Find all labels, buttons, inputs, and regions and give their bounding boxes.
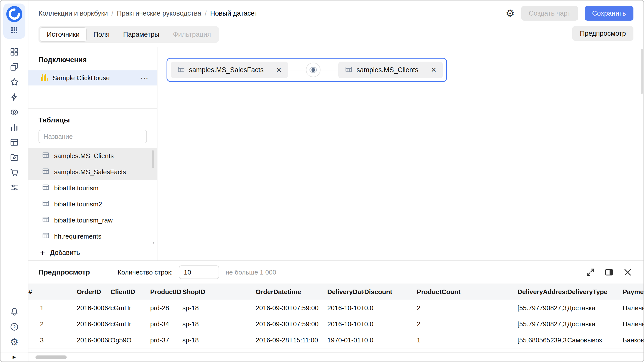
join-group-selection[interactable]: samples.MS_SalesFacts × samples.MS_Clien… xyxy=(167,58,447,82)
split-panel-icon[interactable] xyxy=(604,267,614,277)
table-item[interactable]: hh.requirements xyxy=(28,228,157,244)
storage-folder-icon[interactable] xyxy=(8,151,20,163)
scrollbar-thumb[interactable] xyxy=(641,49,643,94)
cell-shop-id: sp-18 xyxy=(182,316,256,332)
table-item[interactable]: bibattle.tourism_raw xyxy=(28,212,157,228)
column-header[interactable]: DeliveryDatetime xyxy=(327,284,364,300)
add-table-button[interactable]: + Добавить xyxy=(40,248,80,257)
inner-join-venn-icon[interactable] xyxy=(306,63,320,77)
table-item[interactable]: samples.MS_SalesFacts xyxy=(28,164,157,180)
dataset-settings-gear-icon[interactable]: ⚙ xyxy=(506,8,515,18)
tables-list-scroll-down-icon[interactable]: ▾ xyxy=(152,240,154,245)
column-header[interactable]: ProductCount xyxy=(417,284,517,300)
breadcrumb-separator: / xyxy=(205,10,207,17)
canvas-vertical-scrollbar[interactable] xyxy=(640,48,643,258)
cell-discount: 0.0 xyxy=(364,316,417,332)
create-chart-button[interactable]: Создать чарт xyxy=(521,6,578,21)
cell-client-id: Og59O xyxy=(110,332,150,348)
workbooks-icon[interactable] xyxy=(8,61,20,73)
table-name: hh.requirements xyxy=(54,233,101,240)
notifications-bell-icon[interactable] xyxy=(8,306,20,318)
settings-gear-icon[interactable]: ⚙ xyxy=(8,336,20,348)
table-name: bibattle.tourism_raw xyxy=(54,216,113,224)
column-header[interactable]: DeliveryType xyxy=(567,284,623,300)
column-header[interactable]: Discount xyxy=(364,284,417,300)
tab-sources[interactable]: Источники xyxy=(40,27,87,41)
column-header[interactable]: ProductID xyxy=(150,284,182,300)
connections-title: Подключения xyxy=(38,56,157,64)
table-search-input[interactable] xyxy=(38,130,147,143)
tables-grid-icon[interactable] xyxy=(8,136,20,148)
column-header[interactable]: OrderID xyxy=(77,284,110,300)
preview-toggle-button[interactable]: Предпросмотр xyxy=(572,26,633,41)
preview-table-header-row: #OrderIDClientIDProductIDShopIDOrderDate… xyxy=(28,284,643,300)
table-row[interactable]: 2 2016-000643 cGmHr prd-34 sp-18 2016-09… xyxy=(28,316,643,332)
cell-payment-type: Наличные xyxy=(623,300,643,316)
collections-icon[interactable] xyxy=(8,46,20,58)
table-item[interactable]: bibattle.tourism2 xyxy=(28,196,157,212)
column-header[interactable]: PaymentType xyxy=(623,284,643,300)
cell-order-id: 2016-000643 xyxy=(77,300,110,316)
row-count-hint: не больше 1 000 xyxy=(226,268,276,276)
cell-row-number: 3 xyxy=(28,332,77,348)
source-chip-label: samples.MS_Clients xyxy=(356,66,418,74)
favorites-star-icon[interactable] xyxy=(8,76,20,88)
cell-delivery-address-coord: [55.797790827,37.824400398] xyxy=(517,300,567,316)
breadcrumb-collections-link[interactable]: Коллекции и воркбуки xyxy=(38,10,108,17)
datalens-logo[interactable] xyxy=(6,6,22,22)
breadcrumb: Коллекции и воркбуки / Практические руко… xyxy=(38,10,258,17)
datasets-venn-icon[interactable] xyxy=(8,106,20,118)
apps-grid-icon[interactable] xyxy=(10,26,18,35)
tables-list-scrollbar[interactable] xyxy=(152,150,154,168)
remove-source-icon[interactable]: × xyxy=(431,65,436,74)
horizontal-scrollbar[interactable] xyxy=(28,352,643,361)
table-icon xyxy=(345,66,352,74)
breadcrumb-workbook-link[interactable]: Практические руководства xyxy=(117,10,201,17)
cell-delivery-type: Самовывоз xyxy=(567,332,623,348)
column-header[interactable]: # xyxy=(28,284,77,300)
marketplace-cart-icon[interactable] xyxy=(8,166,20,178)
row-count-input[interactable] xyxy=(179,265,219,279)
table-item[interactable]: bibattle.tourism xyxy=(28,180,157,196)
charts-bar-icon[interactable] xyxy=(8,121,20,133)
plus-icon: + xyxy=(40,248,45,257)
close-icon[interactable] xyxy=(623,267,632,277)
svg-text:?: ? xyxy=(13,324,16,329)
tab-parameters[interactable]: Параметры xyxy=(116,27,166,41)
column-header[interactable]: ClientID xyxy=(110,284,150,300)
cell-delivery-datetime: 2016-10-10T07:22:00 xyxy=(327,316,364,332)
table-item[interactable]: samples.MS_Clients xyxy=(28,148,157,164)
expand-fullscreen-icon[interactable] xyxy=(586,267,595,277)
table-name: bibattle.tourism xyxy=(54,184,98,192)
services-tune-icon[interactable] xyxy=(8,182,20,194)
table-icon xyxy=(42,184,50,193)
tab-fields[interactable]: Поля xyxy=(87,27,116,41)
row-count-label: Количество строк: xyxy=(117,268,173,276)
connection-item-sample-clickhouse[interactable]: Sample ClickHouse ⋯ xyxy=(28,70,157,85)
quick-lightning-icon[interactable] xyxy=(8,91,20,103)
cell-payment-type: Банковская карта xyxy=(623,332,643,348)
source-chip-clients[interactable]: samples.MS_Clients × xyxy=(338,62,443,78)
preview-table: #OrderIDClientIDProductIDShopIDOrderDate… xyxy=(28,284,643,348)
breadcrumb-separator: / xyxy=(111,10,113,17)
connection-more-menu-icon[interactable]: ⋯ xyxy=(140,74,148,82)
column-header[interactable]: OrderDatetime xyxy=(256,284,327,300)
column-header[interactable]: DeliveryAddressCoord xyxy=(517,284,567,300)
help-question-icon[interactable]: ? xyxy=(8,321,20,333)
table-icon xyxy=(42,216,50,225)
expand-sidebar-button[interactable]: ▶ xyxy=(1,352,28,361)
tables-list: samples.MS_Clients samples.MS_SalesFacts… xyxy=(28,148,157,244)
save-button[interactable]: Сохранить xyxy=(585,6,633,21)
scrollbar-thumb[interactable] xyxy=(35,355,67,359)
column-header[interactable]: ShopID xyxy=(182,284,256,300)
cell-row-number: 2 xyxy=(28,316,77,332)
table-row[interactable]: 1 2016-000643 cGmHr prd-28 sp-18 2016-09… xyxy=(28,300,643,316)
remove-source-icon[interactable]: × xyxy=(276,65,281,74)
preview-toolbar: Предпросмотр Количество строк: не больше… xyxy=(28,261,643,284)
breadcrumb-current-page: Новый датасет xyxy=(210,10,257,17)
cell-shop-id: sp-18 xyxy=(182,332,256,348)
source-chip-salesfacts[interactable]: samples.MS_SalesFacts × xyxy=(171,62,288,78)
sources-canvas[interactable]: samples.MS_SalesFacts × samples.MS_Clien… xyxy=(157,47,643,260)
table-row[interactable]: 3 2016-000688 Og59O prd-37 sp-18 2016-09… xyxy=(28,332,643,348)
table-icon xyxy=(42,167,50,177)
